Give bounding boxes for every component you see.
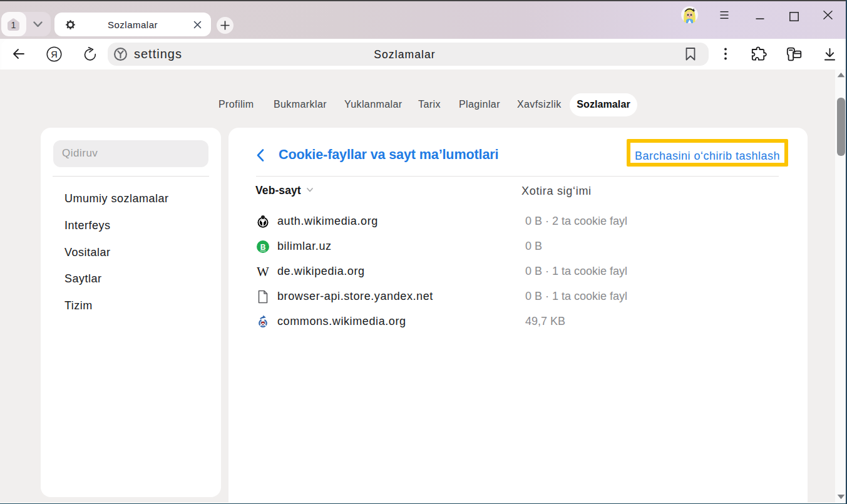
- svg-text:B: B: [260, 243, 266, 252]
- svg-text:W: W: [257, 265, 269, 279]
- svg-text:Я: Я: [51, 49, 57, 59]
- svg-text:1: 1: [11, 19, 16, 29]
